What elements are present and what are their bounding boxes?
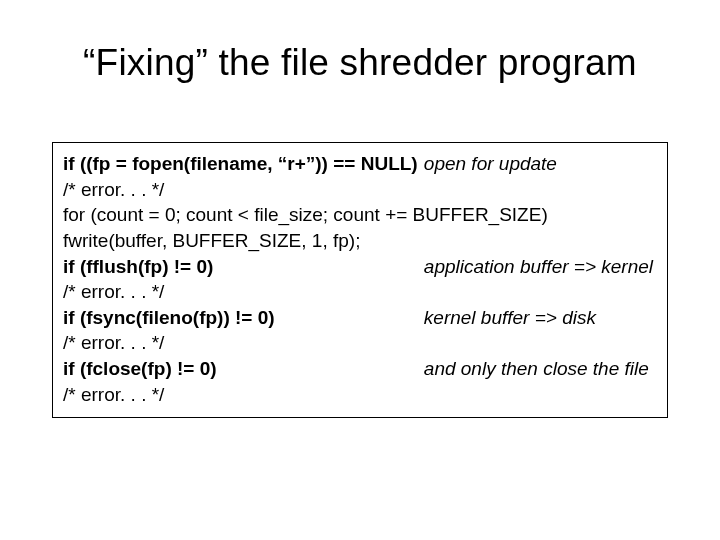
code-line: /* error. . . */ [63, 330, 657, 356]
code-text: fwrite(buffer, BUFFER_SIZE, 1, fp); [63, 228, 657, 254]
code-text: if ((fp = fopen(filename, “r+”)) == NULL… [63, 151, 424, 177]
code-line: /* error. . . */ [63, 382, 657, 408]
slide: “Fixing” the file shredder program if ((… [0, 0, 720, 540]
code-text: if (fflush(fp) != 0) [63, 254, 424, 280]
code-line: if (fclose(fp) != 0) and only then close… [63, 356, 657, 382]
code-line: for (count = 0; count < file_size; count… [63, 202, 657, 228]
annotation: and only then close the file [424, 356, 657, 382]
code-text: if (fclose(fp) != 0) [63, 356, 424, 382]
code-text: /* error. . . */ [63, 279, 657, 305]
annotation: kernel buffer => disk [424, 305, 657, 331]
code-text: if (fsync(fileno(fp)) != 0) [63, 305, 424, 331]
code-line: /* error. . . */ [63, 177, 657, 203]
code-line: if (fsync(fileno(fp)) != 0) kernel buffe… [63, 305, 657, 331]
annotation: application buffer => kernel [424, 254, 657, 280]
code-line: if (fflush(fp) != 0) application buffer … [63, 254, 657, 280]
code-line: fwrite(buffer, BUFFER_SIZE, 1, fp); [63, 228, 657, 254]
code-line: if ((fp = fopen(filename, “r+”)) == NULL… [63, 151, 657, 177]
annotation: open for update [424, 151, 657, 177]
code-text: /* error. . . */ [63, 177, 657, 203]
code-text: /* error. . . */ [63, 382, 657, 408]
code-table: if ((fp = fopen(filename, “r+”)) == NULL… [63, 151, 657, 407]
code-text: /* error. . . */ [63, 330, 657, 356]
code-line: /* error. . . */ [63, 279, 657, 305]
slide-title: “Fixing” the file shredder program [0, 42, 720, 84]
code-text: for (count = 0; count < file_size; count… [63, 202, 657, 228]
code-box: if ((fp = fopen(filename, “r+”)) == NULL… [52, 142, 668, 418]
